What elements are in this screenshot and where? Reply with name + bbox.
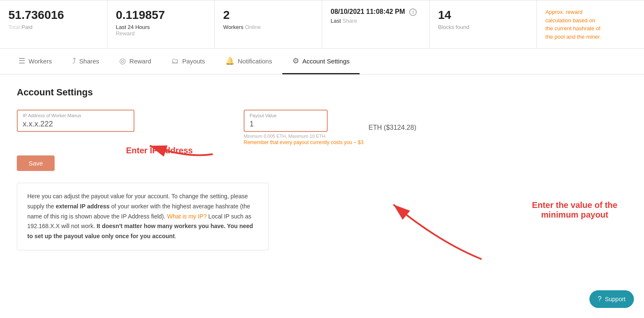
payout-hint: Minimum 0.005 ETH, Maximum 10 ETH bbox=[244, 134, 363, 139]
total-paid-card: 51.736016 Total Paid bbox=[0, 0, 108, 48]
payout-group: Payout Value 1 Minimum 0.005 ETH, Maximu… bbox=[244, 110, 416, 145]
tab-shares[interactable]: ⤴ Shares bbox=[62, 49, 110, 74]
info-icon: i bbox=[409, 8, 417, 16]
info-text-4: . bbox=[175, 233, 176, 239]
last-share-value: 08/10/2021 11:08:42 PM i bbox=[331, 8, 421, 16]
notifications-icon: 🔔 bbox=[225, 56, 234, 66]
form-row: IP Address of Worker Manus x.x.x.222 Pay… bbox=[17, 110, 627, 145]
workers-card: 2 Workers Online bbox=[215, 0, 322, 48]
payouts-icon: 🗂 bbox=[171, 57, 179, 66]
annotation-payout-label: Enter the value of the minimum payout bbox=[526, 200, 623, 220]
payout-field-value: 1 bbox=[250, 120, 322, 129]
total-paid-value: 51.736016 bbox=[8, 8, 99, 22]
reward-value: 0.119857 bbox=[116, 8, 206, 22]
ip-field-value: x.x.x.222 bbox=[23, 120, 129, 129]
payout-field-label: Payout Value bbox=[250, 113, 322, 118]
blocks-label: Blocks found bbox=[438, 24, 528, 30]
last-share-label: Last Share bbox=[331, 18, 421, 24]
tab-account-settings[interactable]: ⚙ Account Settings bbox=[282, 49, 360, 74]
ip-form-group: IP Address of Worker Manus x.x.x.222 bbox=[17, 110, 134, 132]
save-button[interactable]: Save bbox=[17, 155, 55, 171]
ip-field-box[interactable]: IP Address of Worker Manus x.x.x.222 bbox=[17, 110, 134, 132]
ip-field-label: IP Address of Worker Manus bbox=[23, 113, 129, 118]
workers-icon: ☰ bbox=[18, 56, 25, 66]
tab-workers[interactable]: ☰ Workers bbox=[8, 49, 62, 74]
navigation: ☰ Workers ⤴ Shares ◎ Reward 🗂 Payouts 🔔 … bbox=[0, 49, 644, 74]
blocks-value: 14 bbox=[438, 8, 528, 22]
info-text-bold-1: external IP address bbox=[56, 203, 110, 210]
main-content: Account Settings IP Address of Worker Ma… bbox=[0, 74, 644, 263]
payout-currency: ETH ($3124.28) bbox=[368, 124, 416, 131]
total-paid-label: Total Paid bbox=[8, 24, 99, 30]
reward-label: Last 24 Hours Reward bbox=[116, 24, 206, 37]
reward-icon: ◎ bbox=[119, 56, 126, 66]
tab-payouts[interactable]: 🗂 Payouts bbox=[161, 49, 215, 74]
workers-label: Workers Online bbox=[223, 24, 313, 30]
blocks-card: 14 Blocks found bbox=[430, 0, 537, 48]
last-share-card: 08/10/2021 11:08:42 PM i Last Share bbox=[322, 0, 430, 48]
reward-card: 0.119857 Last 24 Hours Reward bbox=[108, 0, 215, 48]
tab-reward[interactable]: ◎ Reward bbox=[109, 49, 161, 74]
info-box: Here you can adjust the payout value for… bbox=[17, 183, 269, 250]
payout-box-wrapper: Payout Value 1 Minimum 0.005 ETH, Maximu… bbox=[244, 110, 363, 145]
what-is-my-ip-link[interactable]: What is my IP? bbox=[167, 213, 207, 220]
workers-value: 2 bbox=[223, 8, 313, 22]
payout-form-group: Payout Value 1 Minimum 0.005 ETH, Maximu… bbox=[244, 110, 416, 145]
annotation-ip-label: Enter IP-address bbox=[126, 146, 193, 155]
shares-icon: ⤴ bbox=[72, 57, 76, 66]
approx-text: Approx. reward calculation based on the … bbox=[545, 8, 636, 41]
settings-icon: ⚙ bbox=[292, 56, 299, 66]
payout-note: Remember that every payout currently cos… bbox=[244, 139, 363, 145]
section-title: Account Settings bbox=[17, 87, 627, 98]
approx-card: Approx. reward calculation based on the … bbox=[537, 0, 644, 48]
tab-notifications[interactable]: 🔔 Notifications bbox=[215, 49, 282, 74]
payout-field-box[interactable]: Payout Value 1 bbox=[244, 110, 328, 132]
